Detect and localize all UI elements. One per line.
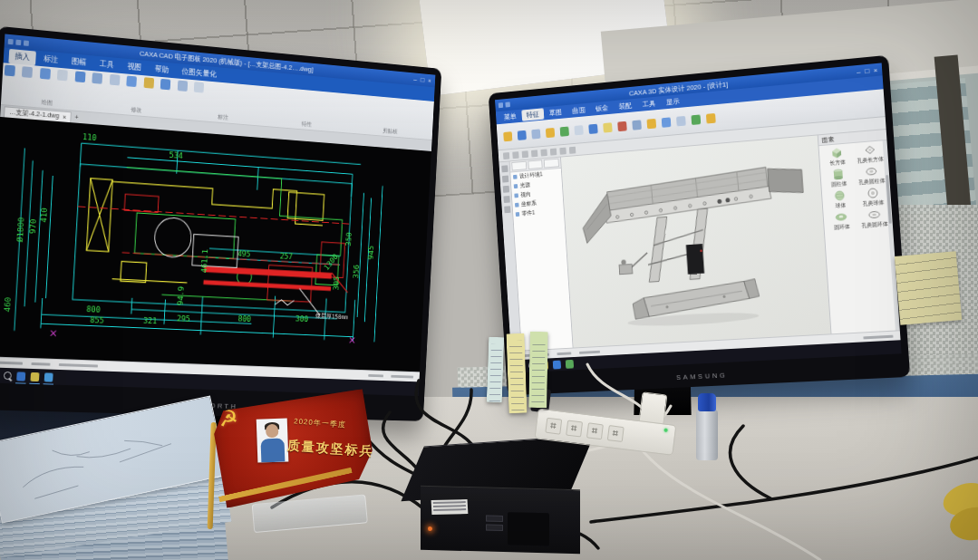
dim-label: Ø1800 [15,217,25,243]
power-led [428,526,432,531]
tab-view[interactable]: 视图 [121,59,148,75]
power-strip [527,372,690,477]
taskbar-app-cad3d[interactable] [553,360,561,369]
new-doc-tab-button[interactable]: + [74,113,79,121]
sticky-note-green [528,332,547,408]
yellow-objects-corner [937,484,978,560]
taskbar-app-explorer[interactable] [16,372,25,381]
library-item[interactable]: 孔类圆柱体 [855,164,888,188]
left-monitor: CAXA CAD 电子图板 2020 (机械版) - […支架总图-4.2….d… [0,26,441,421]
party-emblem-icon: ☭ [218,405,239,432]
cad-3d-canvas[interactable] [561,135,831,347]
blueprint-paper-stack [0,404,234,560]
tab-assembly[interactable]: 装配 [614,100,637,113]
tab-insert[interactable]: 插入 [8,48,36,65]
maximize-button[interactable]: □ [865,66,869,74]
dim-label: 970 [29,218,39,234]
tab-display[interactable]: 显示 [661,95,684,109]
tab-menu[interactable]: 菜单 [499,111,521,123]
tab-sheetmetal[interactable]: 钣金 [590,101,614,115]
cad-2d-drawing: 110 534 Ø1800 970 410 495 257 350 356 94… [0,117,431,372]
cube-icon [829,146,844,159]
hole-cube-icon [862,143,876,157]
dim-label: 461.1 [200,249,209,274]
award-plaque: ☭ 2020年一季度 质量攻坚标兵 [202,386,386,544]
dim-label: 855 [90,315,104,325]
tab-surface[interactable]: 曲面 [567,104,590,118]
dim-label: 295 [177,314,190,323]
photo-shirt [260,439,285,463]
sticky-note-blue [487,337,505,403]
search-icon[interactable] [4,372,12,380]
doc-tab-close-icon[interactable]: × [63,112,67,121]
front-cable-plug [508,512,549,546]
dim-label: 460 [3,297,13,313]
outlet-socket[interactable] [586,422,604,439]
library-item[interactable]: 长方体 [821,145,854,169]
taskbar-app-browser[interactable] [44,372,53,381]
tab-sketch[interactable]: 草图 [544,106,566,120]
tab-tools[interactable]: 工具 [637,97,661,111]
dim-label: 94.9 [176,286,185,306]
maximize-button[interactable]: □ [421,76,424,84]
left-screen: CAXA CAD 电子图板 2020 (机械版) - […支架总图-4.2….d… [0,34,435,396]
library-item[interactable]: 圆柱体 [822,167,855,189]
dim-label: 321 [143,316,157,326]
torus-icon [834,210,848,224]
memo-note-on-glass [895,251,962,325]
hydraulic-support-model [561,135,831,347]
right-body: 设计环境1 光源 视向 坐标系 零件1 [499,130,899,351]
dim-label: 110 [82,132,97,142]
sticky-note-yellow [506,333,527,414]
quick-access-toolbar[interactable] [495,101,513,108]
dim-label: 305 [333,276,341,291]
usb-port[interactable] [486,516,503,522]
minimize-button[interactable]: – [413,75,417,83]
usb-port[interactable] [486,525,503,531]
outlet-socket[interactable] [545,418,562,435]
outlet-socket[interactable] [607,425,625,442]
close-button[interactable]: × [873,65,877,73]
tab-feature[interactable]: 特征 [521,108,544,121]
quick-access-toolbar[interactable] [5,38,33,46]
dim-label: 350 [344,232,353,246]
dim-label: 495 [237,249,251,259]
taskbar-app-notes[interactable] [566,359,574,368]
dim-label: 800 [237,314,251,323]
library-item[interactable]: 孔类长方体 [853,142,886,166]
blue-cap-bottle [692,393,723,462]
taskbar-app-cad[interactable] [30,372,39,381]
cylinder-icon [831,168,846,181]
dim-label: 534 [169,150,183,160]
mini-pc-label [431,499,469,515]
plaque-acrylic-base [252,494,368,533]
bottle-body [696,410,718,460]
dim-label: 945 [367,246,375,260]
hole-sphere-icon [866,187,880,200]
cad-2d-canvas[interactable]: 110 534 Ø1800 970 410 495 257 350 356 94… [0,117,431,372]
tab-frame[interactable]: 图幅 [65,53,92,70]
photo-face [266,424,279,438]
right-monitor: CAXA 3D 实体设计 2020 - [设计1] – □ × 菜单 特征 草图… [489,55,910,396]
library-item[interactable]: 孔类球体 [857,186,890,208]
id-photo [257,418,289,462]
library-grid: 长方体 孔类长方体 圆柱体 孔类圆柱体 [818,140,899,333]
library-item[interactable]: 球体 [824,188,857,211]
hole-torus-icon [867,208,881,221]
dim-label: 800 [86,304,101,314]
drawing-note: 煤层厚150mm [315,313,348,321]
mini-pc-front [421,486,580,555]
tab-help[interactable]: 帮助 [149,62,175,78]
minimize-button[interactable]: – [857,67,861,75]
dim-label: 257 [280,252,294,261]
sphere-icon [832,188,847,202]
library-item[interactable]: 圆环体 [825,209,858,232]
dim-label: 356 [353,265,361,279]
tab-dimension[interactable]: 标注 [37,51,64,67]
tab-tools[interactable]: 工具 [93,56,121,72]
close-button[interactable]: × [428,77,431,85]
hole-cylinder-icon [864,165,878,179]
library-item[interactable]: 孔类圆环体 [857,208,891,230]
dim-label: 300 [295,314,309,323]
outlet-socket[interactable] [566,420,583,438]
